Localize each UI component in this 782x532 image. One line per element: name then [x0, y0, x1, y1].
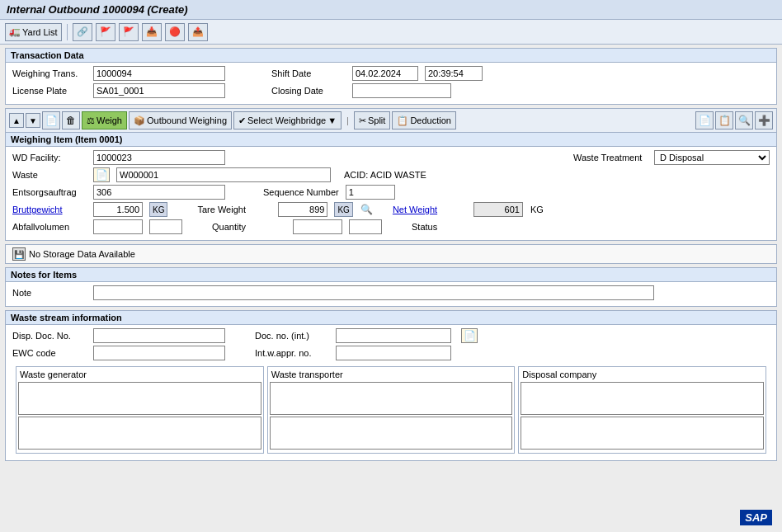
doc-no-int-label: Doc. no. (int.) — [255, 331, 329, 341]
deduction-icon: 📋 — [397, 115, 408, 126]
net-unit: KG — [530, 205, 544, 214]
weighing-trans-row: Weighing Trans. Shift Date — [12, 66, 770, 81]
weigh-button[interactable]: ⚖ Weigh — [82, 111, 127, 129]
entsorgsauftrag-input[interactable] — [93, 185, 225, 200]
weight-row: Bruttgewicht KG Tare Weight KG 🔍 Net Wei… — [12, 202, 770, 217]
waste-doc-icon[interactable]: 📄 — [93, 167, 110, 182]
notes-body: Note — [6, 282, 776, 306]
toolbar-btn-stop[interactable]: 🔴 — [165, 23, 185, 41]
outbound-icon: 📦 — [134, 115, 145, 126]
tare-input[interactable] — [278, 202, 327, 217]
tare-search-icon[interactable]: 🔍 — [360, 202, 375, 217]
toolbar-btn-link[interactable]: 🔗 — [73, 23, 92, 41]
deduction-button[interactable]: 📋 Deduction — [392, 111, 456, 129]
toolbar-btn-inbox[interactable]: 📥 — [142, 23, 162, 41]
weighing-trans-label: Weighing Trans. — [12, 68, 87, 78]
waste-input[interactable] — [116, 167, 331, 182]
yard-list-button[interactable]: 🚛 Yard List — [5, 23, 62, 41]
license-plate-input[interactable] — [93, 83, 225, 98]
toolbar-btn-flag2[interactable]: 🚩 — [119, 23, 139, 41]
transaction-data-header: Transaction Data — [6, 49, 776, 63]
toolbar-new-button[interactable]: 📄 — [42, 111, 60, 129]
waste-generator-textarea-1[interactable] — [18, 382, 261, 415]
right-toolbar-buttons: 📄 📋 🔍 ➕ — [695, 111, 773, 129]
shift-time-input[interactable] — [425, 66, 483, 81]
entsorgsauftrag-label: Entsorgsauftrag — [12, 187, 87, 197]
int-w-appr-input[interactable] — [336, 346, 451, 360]
closing-date-input[interactable] — [352, 83, 451, 98]
ewc-code-label: EWC code — [12, 348, 87, 358]
weigh-icon: ⚖ — [87, 115, 95, 126]
disposal-company-col: Disposal company — [518, 366, 766, 454]
ewc-row: EWC code Int.w.appr. no. — [12, 346, 770, 360]
net-weight-label[interactable]: Net Weight — [393, 205, 467, 214]
brutto-input[interactable] — [93, 202, 143, 217]
title-bar: Internal Outbound 1000094 (Create) — [0, 0, 782, 20]
disp-doc-row: Disp. Doc. No. Doc. no. (int.) 📄 — [12, 328, 770, 343]
right-btn-2[interactable]: 📋 — [715, 111, 733, 129]
disposal-company-header: Disposal company — [521, 369, 764, 380]
split-label: Split — [368, 115, 385, 125]
notes-header: Notes for Items — [6, 268, 776, 282]
select-weighbridge-button[interactable]: ✔ Select Weighbridge ▼ — [233, 111, 342, 129]
waste-treatment-select[interactable]: D Disposal — [654, 150, 770, 165]
abfallvolumen-input[interactable] — [93, 219, 143, 234]
weighing-item-section: ▲ ▼ 📄 🗑 ⚖ Weigh 📦 Outbound Weighing ✔ Se… — [5, 108, 777, 241]
quantity-unit-input[interactable] — [349, 219, 382, 234]
disp-doc-label: Disp. Doc. No. — [12, 331, 87, 341]
main-toolbar: 🚛 Yard List 🔗 🚩 🚩 📥 🔴 📤 — [0, 20, 782, 45]
status-label: Status — [412, 222, 486, 232]
entsorgsauftrag-row: Entsorgsauftrag Sequence Number — [12, 185, 770, 200]
waste-stream-body: Disp. Doc. No. Doc. no. (int.) 📄 EWC cod… — [6, 325, 776, 460]
nav-next-button[interactable]: ▼ — [26, 113, 40, 128]
toolbar-btn-flag1[interactable]: 🚩 — [96, 23, 115, 41]
waste-transporter-textarea-2[interactable] — [270, 417, 513, 450]
tare-weight-label: Tare Weight — [197, 205, 271, 214]
disposal-company-textarea-2[interactable] — [521, 417, 764, 450]
right-btn-3[interactable]: 🔍 — [735, 111, 753, 129]
waste-transporter-col: Waste transporter — [267, 366, 516, 454]
toolbar-separator — [67, 24, 68, 40]
right-btn-1[interactable]: 📄 — [695, 111, 714, 129]
weighing-trans-input[interactable] — [93, 66, 225, 81]
outbound-weighing-button[interactable]: 📦 Outbound Weighing — [129, 111, 232, 129]
wd-facility-input[interactable] — [93, 150, 225, 165]
split-button[interactable]: ✂ Split — [354, 111, 390, 129]
main-content: Transaction Data Weighing Trans. Shift D… — [0, 45, 782, 464]
sequence-number-input[interactable] — [346, 185, 395, 200]
doc-no-int-input[interactable] — [336, 328, 451, 343]
weighbridge-label: Select Weighbridge — [247, 115, 326, 125]
nav-prev-button[interactable]: ▲ — [9, 113, 24, 128]
doc-int-icon[interactable]: 📄 — [461, 328, 478, 343]
waste-generator-col: Waste generator — [16, 366, 264, 454]
storage-info-bar: 💾 No Storage Data Available — [5, 244, 777, 264]
yard-list-icon: 🚛 — [9, 26, 21, 37]
note-label: Note — [12, 288, 87, 298]
wd-facility-label: WD Facility: — [12, 153, 87, 162]
weighing-toolbar: ▲ ▼ 📄 🗑 ⚖ Weigh 📦 Outbound Weighing ✔ Se… — [6, 109, 776, 133]
waste-transporter-header: Waste transporter — [270, 369, 513, 380]
right-btn-4[interactable]: ➕ — [755, 111, 773, 129]
disp-doc-input[interactable] — [93, 328, 225, 343]
shift-date-label: Shift Date — [271, 68, 346, 78]
waste-treatment-label: Waste Treatment — [573, 153, 648, 162]
brutto-kg-button[interactable]: KG — [149, 202, 167, 217]
shift-date-input[interactable] — [352, 66, 418, 81]
quantity-input[interactable] — [293, 219, 342, 234]
notes-section: Notes for Items Note — [5, 267, 777, 307]
bruttgewicht-label[interactable]: Bruttgewicht — [12, 205, 87, 214]
abfall-unit-input[interactable] — [149, 219, 182, 234]
note-input[interactable] — [93, 285, 654, 300]
ewc-code-input[interactable] — [93, 346, 225, 360]
outbound-label: Outbound Weighing — [147, 115, 227, 125]
toolbar-copy-button[interactable]: 🗑 — [62, 111, 80, 129]
transaction-data-section: Transaction Data Weighing Trans. Shift D… — [5, 48, 777, 105]
tare-kg-button[interactable]: KG — [334, 202, 352, 217]
toolbar-btn-export[interactable]: 📤 — [188, 23, 208, 41]
weighing-item-header: Weighing Item (Item 0001) — [6, 133, 776, 147]
waste-generator-textarea-2[interactable] — [18, 417, 261, 450]
closing-date-label: Closing Date — [271, 86, 346, 96]
waste-transporter-textarea-1[interactable] — [270, 382, 513, 415]
disposal-company-textarea-1[interactable] — [521, 382, 764, 415]
deduction-label: Deduction — [410, 115, 451, 125]
